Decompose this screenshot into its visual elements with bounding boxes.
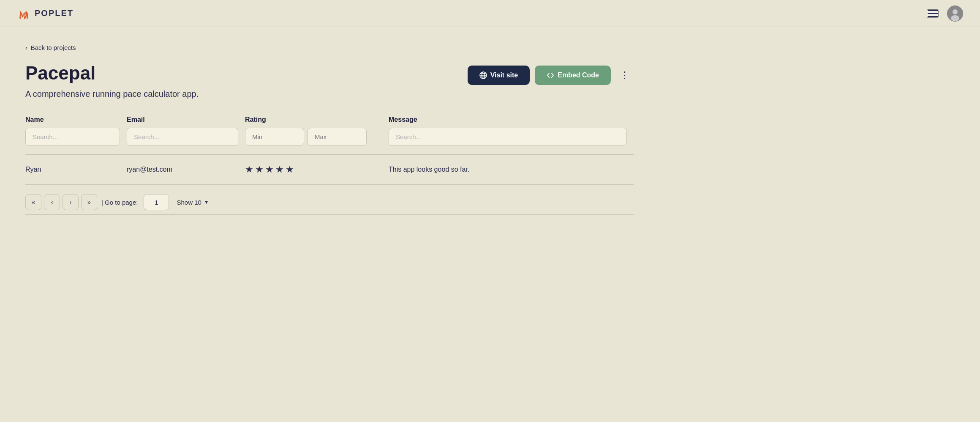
page-title: Pacepal: [25, 63, 95, 83]
main-content: ‹ Back to projects Pacepal Visit site: [0, 27, 659, 232]
stars-container: ★★★★★: [245, 164, 382, 175]
rating-filter-group: Rating: [245, 116, 389, 146]
table-container: Name Email Rating Message: [25, 116, 634, 215]
more-icon: ⋮: [620, 70, 629, 80]
next-page-button[interactable]: ›: [63, 194, 79, 210]
message-cell: This app looks good so far.: [389, 166, 634, 173]
table-filters: Name Email Rating Message: [25, 116, 634, 155]
last-page-button[interactable]: »: [81, 194, 97, 210]
table-rows-container: Ryan ryan@test.com ★★★★★ This app looks …: [25, 155, 634, 185]
first-page-button[interactable]: «: [25, 194, 41, 210]
header-right: [927, 5, 963, 22]
svg-point-2: [951, 15, 959, 21]
pagination: « ‹ › » | Go to page: Show 10 ▼: [25, 185, 634, 215]
email-filter-label: Email: [127, 116, 238, 123]
rating-min-input[interactable]: [245, 128, 304, 146]
rating-filter-label: Rating: [245, 116, 382, 123]
back-to-projects-link[interactable]: ‹ Back to projects: [25, 44, 634, 51]
show-select-label: Show 10: [177, 199, 201, 206]
table-row: Ryan ryan@test.com ★★★★★ This app looks …: [25, 155, 634, 185]
rating-inputs: [245, 128, 382, 146]
embed-code-label: Embed Code: [558, 71, 599, 79]
page-actions: Visit site Embed Code ⋮: [468, 66, 634, 85]
star-icon: ★: [245, 164, 253, 175]
star-icon: ★: [265, 164, 274, 175]
avatar[interactable]: [947, 5, 963, 22]
email-search-input[interactable]: [127, 128, 238, 146]
message-filter-label: Message: [389, 116, 627, 123]
globe-icon: [479, 71, 487, 79]
page-header: Pacepal Visit site Embed Co: [25, 63, 634, 85]
hamburger-button[interactable]: [927, 9, 939, 18]
rating-cell: ★★★★★: [245, 164, 389, 175]
name-cell: Ryan: [25, 166, 127, 173]
svg-point-1: [953, 9, 958, 14]
star-icon: ★: [255, 164, 264, 175]
email-cell: ryan@test.com: [127, 166, 245, 173]
rating-max-input[interactable]: [308, 128, 367, 146]
logo: POPLET: [17, 7, 74, 20]
name-filter-label: Name: [25, 116, 120, 123]
page-number-input[interactable]: [144, 194, 169, 210]
go-to-label: | Go to page:: [101, 199, 138, 206]
visit-site-button[interactable]: Visit site: [468, 66, 530, 85]
header: POPLET: [0, 0, 980, 27]
chevron-left-icon: ‹: [25, 44, 27, 51]
star-icon: ★: [286, 164, 294, 175]
email-filter-group: Email: [127, 116, 245, 146]
prev-page-button[interactable]: ‹: [44, 194, 60, 210]
page-subtitle: A comprehensive running pace calculator …: [25, 89, 634, 99]
name-search-input[interactable]: [25, 128, 120, 146]
visit-site-label: Visit site: [490, 71, 518, 79]
embed-code-button[interactable]: Embed Code: [535, 66, 611, 85]
star-icon: ★: [275, 164, 284, 175]
message-filter-group: Message: [389, 116, 634, 146]
show-select-dropdown[interactable]: Show 10 ▼: [177, 199, 209, 206]
message-search-input[interactable]: [389, 128, 627, 146]
logo-icon: [17, 7, 30, 20]
code-icon: [547, 71, 554, 79]
chevron-down-icon: ▼: [204, 199, 209, 205]
more-options-button[interactable]: ⋮: [616, 67, 634, 83]
app-name: POPLET: [35, 8, 74, 18]
name-filter-group: Name: [25, 116, 127, 146]
back-link-label: Back to projects: [31, 44, 76, 51]
